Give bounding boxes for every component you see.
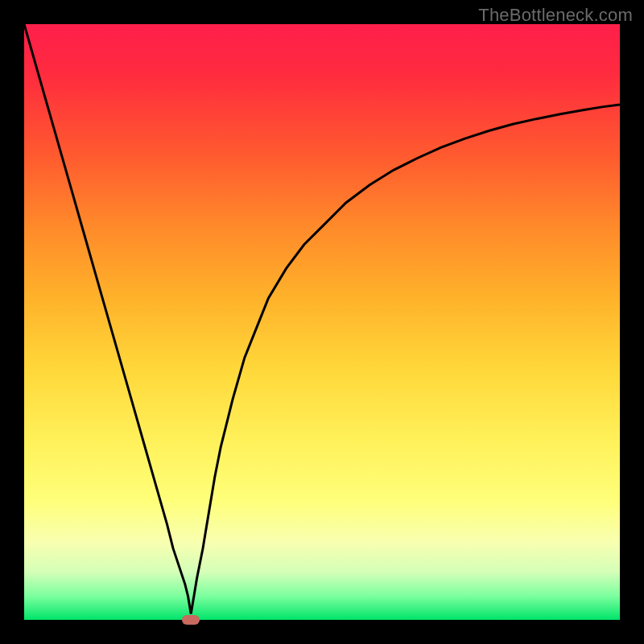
curve-line — [24, 24, 620, 614]
minimum-marker — [182, 615, 200, 625]
chart-frame: TheBottleneck.com — [0, 0, 644, 644]
plot-area — [24, 24, 620, 620]
curve-svg — [24, 24, 620, 620]
watermark-text: TheBottleneck.com — [478, 5, 633, 26]
